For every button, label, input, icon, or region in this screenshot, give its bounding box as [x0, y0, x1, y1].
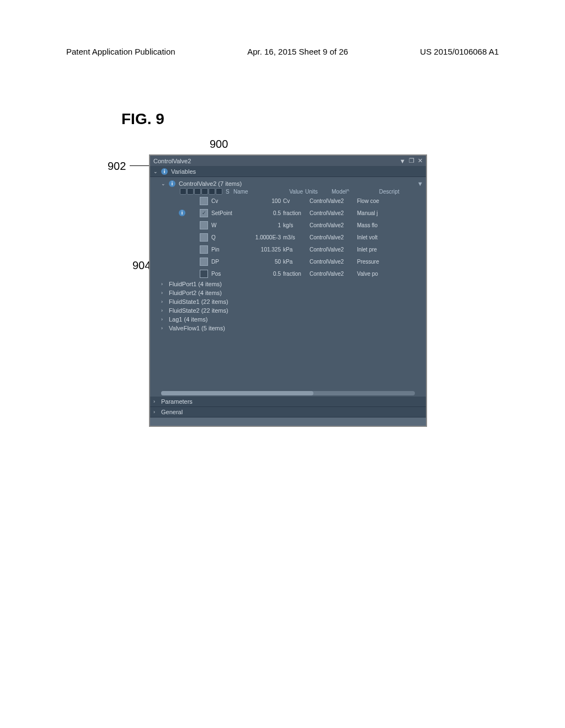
variable-row[interactable]: DP50kPaControlValve2Pressure	[150, 255, 426, 267]
tree-node[interactable]: ›FluidState1 (22 items)	[150, 297, 426, 306]
badge-icon	[201, 188, 208, 195]
cell-units: m3/s	[283, 234, 310, 240]
cell-desc: Mass flo	[357, 222, 426, 228]
info-icon: i	[179, 210, 185, 216]
section-variables-label: Variables	[171, 168, 196, 175]
variable-row[interactable]: W1kg/sControlValve2Mass flo	[150, 219, 426, 231]
col-model[interactable]: Model^	[332, 189, 379, 195]
variable-row[interactable]: Cv100CvControlValve2Flow coe	[150, 195, 426, 207]
chevron-right-icon: ›	[161, 299, 166, 304]
tree-node[interactable]: ›FluidState2 (22 items)	[150, 306, 426, 315]
filter-icon[interactable]: ▼	[417, 180, 424, 187]
tree-node-label: FluidPort1 (4 items)	[169, 281, 222, 287]
section-general-header[interactable]: › General	[150, 407, 426, 417]
chevron-right-icon: ›	[161, 317, 166, 322]
badge-icon	[194, 188, 201, 195]
horizontal-scrollbar[interactable]	[161, 391, 415, 395]
cell-name: Pos	[211, 271, 244, 277]
section-parameters-label: Parameters	[161, 398, 193, 405]
cell-name: SetPoint	[211, 210, 244, 216]
variable-row[interactable]: Pin101.325kPaControlValve2Inlet pre	[150, 243, 426, 255]
panel-title: ControlValve2	[153, 158, 191, 164]
cell-model: ControlValve2	[310, 271, 357, 277]
cell-units: fraction	[283, 271, 310, 277]
checkbox[interactable]	[200, 209, 208, 217]
variables-tree: ▼ ⌄ i ControlValve2 (7 items) S Name Val…	[150, 177, 426, 397]
tree-node[interactable]: ›FluidPort1 (4 items)	[150, 280, 426, 288]
header-center: Apr. 16, 2015 Sheet 9 of 26	[247, 47, 348, 56]
checkbox[interactable]	[200, 233, 208, 242]
cell-model: ControlValve2	[310, 222, 357, 228]
tree-node-label: ValveFlow1 (5 items)	[169, 325, 225, 331]
cell-value: 100	[244, 198, 283, 204]
ref-900: 900	[210, 138, 228, 151]
scrollbar-thumb[interactable]	[161, 391, 313, 395]
badge-icon	[187, 188, 194, 195]
col-units[interactable]: Units	[305, 189, 332, 195]
chevron-right-icon: ›	[153, 399, 158, 404]
col-name[interactable]: Name	[233, 189, 266, 195]
col-descript[interactable]: Descript	[379, 189, 426, 195]
chevron-down-icon: ⌄	[153, 169, 158, 174]
cell-name: DP	[211, 259, 244, 265]
chevron-right-icon: ›	[161, 281, 166, 287]
badge-icon	[209, 188, 215, 195]
checkbox[interactable]	[200, 270, 208, 278]
checkbox[interactable]	[200, 221, 208, 229]
tree-node[interactable]: ›Lag1 (4 items)	[150, 315, 426, 324]
tree-node-label: Lag1 (4 items)	[169, 316, 207, 323]
chevron-right-icon: ›	[161, 290, 166, 296]
variable-row[interactable]: Pos0.5fractionControlValve2Valve po	[150, 267, 426, 280]
cell-model: ControlValve2	[310, 247, 357, 253]
chevron-right-icon: ›	[161, 308, 166, 313]
cell-units: kg/s	[283, 222, 310, 228]
badge-icon	[180, 188, 186, 195]
cell-model: ControlValve2	[310, 210, 357, 216]
header-left: Patent Application Publication	[66, 47, 175, 56]
section-general-label: General	[161, 409, 183, 415]
figure-label: FIG. 9	[121, 110, 164, 128]
close-icon[interactable]: ✕	[418, 157, 423, 164]
badge-icons	[180, 188, 222, 195]
variables-table-header: S Name Value Units Model^ Descript	[150, 188, 426, 195]
checkbox[interactable]	[200, 245, 208, 254]
cell-value: 0.5	[244, 210, 283, 216]
section-variables-header[interactable]: ⌄ i Variables	[150, 167, 426, 177]
col-value[interactable]: Value	[266, 189, 305, 195]
window-restore-icon[interactable]: ❐	[409, 157, 414, 164]
variable-row[interactable]: Q1.0000E-3m3/sControlValve2Inlet volt	[150, 231, 426, 243]
ref-904: 904	[132, 259, 151, 272]
cell-value: 1.0000E-3	[244, 234, 283, 240]
cell-value: 0.5	[244, 271, 283, 277]
checkbox[interactable]	[200, 258, 208, 266]
cell-model: ControlValve2	[310, 234, 357, 240]
tree-node-label: FluidPort2 (4 items)	[169, 290, 222, 296]
cell-name: Pin	[211, 247, 244, 253]
dropdown-icon[interactable]: ▼	[399, 158, 406, 164]
tree-node[interactable]: ›FluidPort2 (4 items)	[150, 288, 426, 297]
cell-value: 101.325	[244, 247, 283, 253]
cell-name: W	[211, 222, 244, 228]
tree-node-label: FluidState2 (22 items)	[169, 307, 228, 314]
col-s[interactable]: S	[226, 189, 233, 195]
cell-units: fraction	[283, 210, 310, 216]
titlebar-controls: ▼ ❐ ✕	[399, 157, 423, 164]
variable-row[interactable]: iSetPoint0.5fractionControlValve2Manual …	[150, 207, 426, 219]
chevron-down-icon: ⌄	[161, 181, 166, 186]
tree-node-controlvalve2[interactable]: ⌄ i ControlValve2 (7 items)	[150, 179, 415, 188]
cell-units: Cv	[283, 198, 310, 204]
cell-desc: Inlet volt	[357, 234, 426, 240]
cell-value: 50	[244, 259, 283, 265]
tree-node[interactable]: ›ValveFlow1 (5 items)	[150, 324, 426, 333]
cell-units: kPa	[283, 247, 310, 253]
ref-902-leader	[130, 165, 149, 166]
cell-value: 1	[244, 222, 283, 228]
cell-desc: Manual j	[357, 210, 426, 216]
checkbox[interactable]	[200, 197, 208, 205]
tree-node-label: ControlValve2 (7 items)	[179, 180, 242, 187]
cell-units: kPa	[283, 259, 310, 265]
section-parameters-header[interactable]: › Parameters	[150, 397, 426, 407]
cell-name: Cv	[211, 198, 244, 204]
cell-model: ControlValve2	[310, 259, 357, 265]
info-icon: i	[161, 168, 168, 175]
